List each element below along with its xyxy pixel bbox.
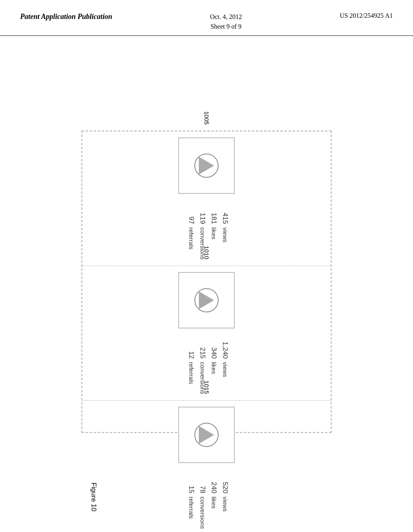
thumbnail-1005 <box>178 137 235 194</box>
circle-icon-1015 <box>194 423 219 447</box>
stat-number: 15 <box>187 469 195 493</box>
stat-label: views <box>222 497 229 512</box>
stat-label: likes <box>211 362 217 374</box>
stat-row: 15 referrals <box>187 469 195 529</box>
stat-number: 520 <box>221 469 229 493</box>
stats-1015: 520 views 240 likes 78 conversions 15 <box>184 469 229 529</box>
stat-label: referrals <box>188 227 195 249</box>
stat-row: 415 views <box>221 200 229 260</box>
triangle-icon-1005 <box>199 157 214 175</box>
triangle-icon-1010 <box>199 291 214 309</box>
circle-icon-1005 <box>194 154 219 178</box>
stat-number: 340 <box>210 335 218 359</box>
figure-wrapper: 1005 415 views 181 likes <box>24 52 389 511</box>
panel-1015: 1015 520 views 240 likes <box>82 401 331 532</box>
thumbnail-1010 <box>178 272 235 328</box>
thumbnail-1015 <box>178 407 235 463</box>
stat-row: 97 referrals <box>187 200 195 260</box>
sheet-info: Sheet 9 of 9 <box>211 23 242 30</box>
stat-label: likes <box>211 227 217 239</box>
stat-number: 12 <box>187 335 195 359</box>
stat-label: referrals <box>188 362 195 384</box>
stat-number: 215 <box>198 335 206 359</box>
stat-label: likes <box>211 497 217 509</box>
main-content: 1005 415 views 181 likes <box>0 36 413 528</box>
patent-number: US 2012/254925 A1 <box>340 12 393 19</box>
diagram-rotated: 1005 415 views 181 likes <box>65 100 348 463</box>
panel-1015-label: 1015 <box>203 380 210 394</box>
stat-row: 78 conversions <box>198 469 206 529</box>
triangle-icon-1015 <box>199 426 214 444</box>
page-header: Patent Application Publication Oct. 4, 2… <box>0 0 413 36</box>
header-center: Oct. 4, 2012 Sheet 9 of 9 <box>210 12 242 31</box>
stat-row: 340 likes <box>210 335 218 394</box>
panel-1010-label: 1010 <box>203 246 210 259</box>
panel-1005-label: 1005 <box>203 111 210 125</box>
publication-title: Patent Application Publication <box>20 12 112 21</box>
stat-label: views <box>222 227 229 243</box>
outer-container: 1005 415 views 181 likes <box>81 131 332 433</box>
stat-number: 119 <box>198 200 206 224</box>
circle-icon-1010 <box>194 288 219 312</box>
stat-number: 97 <box>187 200 195 224</box>
stat-number: 181 <box>210 200 218 224</box>
stat-row: 181 likes <box>210 200 218 260</box>
stat-row: 520 views <box>221 469 229 529</box>
stat-number: 415 <box>221 200 229 224</box>
stat-number: 78 <box>198 469 206 493</box>
stat-row: 1,240 views <box>221 335 229 394</box>
stat-number: 240 <box>210 469 218 493</box>
stat-label: referrals <box>188 497 195 519</box>
stat-number: 1,240 <box>221 335 229 359</box>
stat-row: 240 likes <box>210 469 218 529</box>
stat-label: conversions <box>199 497 206 529</box>
stat-row: 12 referrals <box>187 335 195 394</box>
figure-label: Figure 10 <box>90 482 98 511</box>
publication-date: Oct. 4, 2012 <box>210 13 242 20</box>
stat-label: views <box>222 362 229 377</box>
